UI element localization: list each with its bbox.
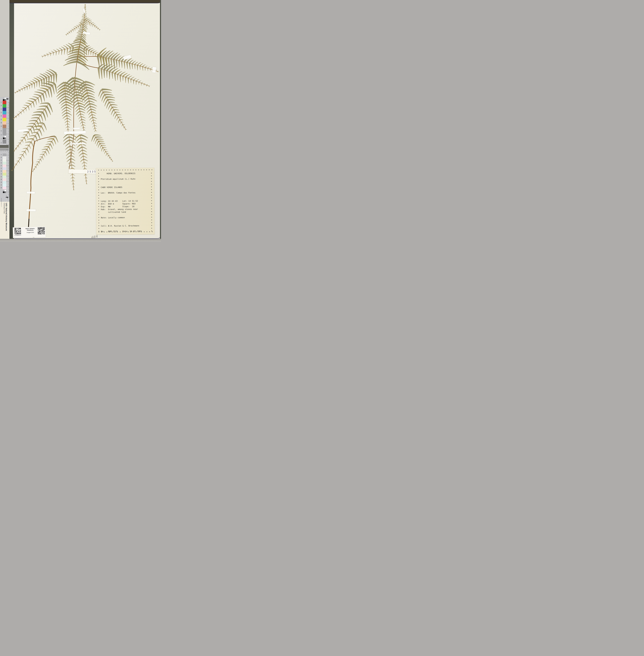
fern-pinna (53, 52, 54, 56)
barcode-module (44, 228, 45, 228)
uio-logo-block: UiO: Natural History Museum University o… (2, 203, 7, 237)
barcode-module (41, 229, 41, 229)
pinna-vein (31, 142, 33, 147)
barcode-module (44, 233, 44, 234)
pinna-vein (67, 110, 71, 112)
pinna-vein (63, 115, 67, 118)
barcode-module (19, 233, 19, 233)
specimen-label-content: ****************************************… (96, 168, 155, 235)
color-patch (3, 125, 6, 128)
fern-pinna (92, 125, 94, 127)
fern-pinna (20, 143, 21, 145)
pastel-patch (3, 159, 6, 162)
barcode-module (43, 227, 43, 227)
fern-pinna (73, 30, 73, 32)
label-border-right: ********************** (151, 172, 153, 233)
pinna-vein (83, 153, 88, 155)
asterisk-glyph: * (135, 169, 137, 171)
fern-pinna (144, 83, 145, 84)
patch-label: A8 (1, 181, 2, 183)
pinna-vein (68, 165, 72, 168)
asterisk-glyph: * (111, 169, 112, 171)
barcode-module (15, 229, 15, 229)
barcode-module (44, 228, 44, 228)
barcode-module (19, 231, 19, 231)
barcode-module (40, 228, 40, 229)
fern-pinna (85, 165, 87, 167)
barcode-module (17, 228, 17, 228)
barcode-module (40, 229, 40, 229)
pinna-vein (110, 107, 112, 112)
fern-pinna (141, 83, 142, 86)
fern-pinna (18, 143, 20, 143)
fern-pinna (33, 111, 43, 113)
barcode-module (45, 232, 45, 232)
pinna-vein (65, 143, 70, 147)
label-line: CABO VERDE ISLANDS (101, 186, 141, 189)
barcode-module (17, 228, 18, 229)
barcode-module (19, 233, 19, 234)
fern-pinna (32, 114, 41, 116)
barcode-module (15, 232, 15, 232)
barcode-module (16, 229, 17, 230)
pinna-vein (92, 114, 96, 116)
barcode-module (44, 231, 44, 231)
pinna-vein (78, 150, 83, 153)
mount-label-text: Herb. Univers. Osloënsis Imaged 2014 (23, 227, 38, 233)
ruler-tick (9, 151, 9, 152)
ruler-tick (9, 162, 9, 162)
barcode-module (15, 234, 15, 234)
barcode-module (18, 234, 18, 234)
pastel-patch (3, 176, 6, 178)
barcode-module (16, 228, 16, 228)
barcode-module (16, 231, 17, 232)
ruler-tick (8, 155, 9, 155)
barcode-module (17, 234, 17, 234)
barcode-module (15, 230, 16, 231)
fern-pinna (71, 29, 73, 30)
fern-pinna (82, 165, 85, 167)
pinna-vein (93, 117, 97, 119)
barcode-module (38, 234, 38, 234)
fern-pinna (92, 24, 93, 27)
barcode-module (39, 229, 40, 229)
color-patch (3, 121, 6, 125)
fern-pinna (41, 56, 43, 57)
ruler-tick (9, 149, 9, 149)
barcode-module (43, 234, 44, 234)
ruler-tick (8, 126, 9, 126)
fern-pinna (110, 157, 111, 158)
barcode-module (19, 234, 19, 234)
fern-pinna (106, 153, 107, 156)
fern-pinna (93, 24, 95, 24)
pinna-vein (95, 139, 97, 144)
fern-pinna (18, 146, 19, 148)
barcode-module (39, 227, 39, 227)
barcode-module (43, 229, 44, 229)
fern-pinna (113, 54, 120, 60)
barcode-module (44, 229, 45, 229)
sheet-small-number: 004 (33, 237, 34, 238)
fern-pinna (48, 52, 51, 53)
patch-label: C1 (1, 101, 2, 103)
barcode-module (21, 233, 21, 234)
barcode-module (39, 232, 40, 232)
barcode-module (20, 232, 21, 233)
pinna-vein (78, 117, 81, 119)
barcode-module (19, 231, 20, 231)
pinna-vein (30, 81, 34, 83)
barcode-module (20, 233, 21, 233)
fern-pinna (82, 162, 84, 164)
barcode-module (20, 229, 20, 229)
barcode-module (39, 230, 39, 231)
barcode-module (15, 234, 16, 234)
barcode-module (38, 231, 38, 232)
fern-pinna (13, 167, 14, 168)
barcode-module (16, 231, 17, 231)
pinna-vein (72, 165, 75, 167)
fern-pinna (48, 54, 48, 57)
ruler-tick (8, 139, 9, 139)
barcode-module (16, 234, 16, 234)
pinna-vein (53, 50, 56, 52)
asterisk-glyph: * (151, 180, 153, 183)
